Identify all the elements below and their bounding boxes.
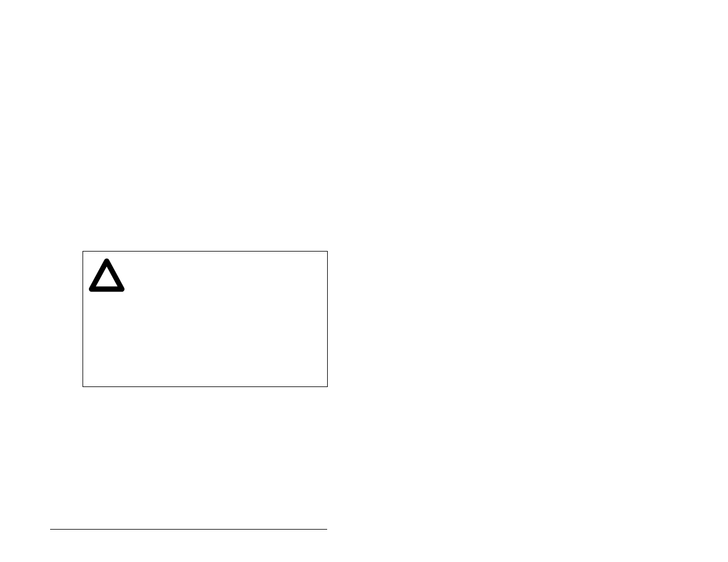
triangle-icon (87, 256, 127, 296)
bordered-box (83, 251, 328, 387)
horizontal-divider (50, 529, 327, 530)
